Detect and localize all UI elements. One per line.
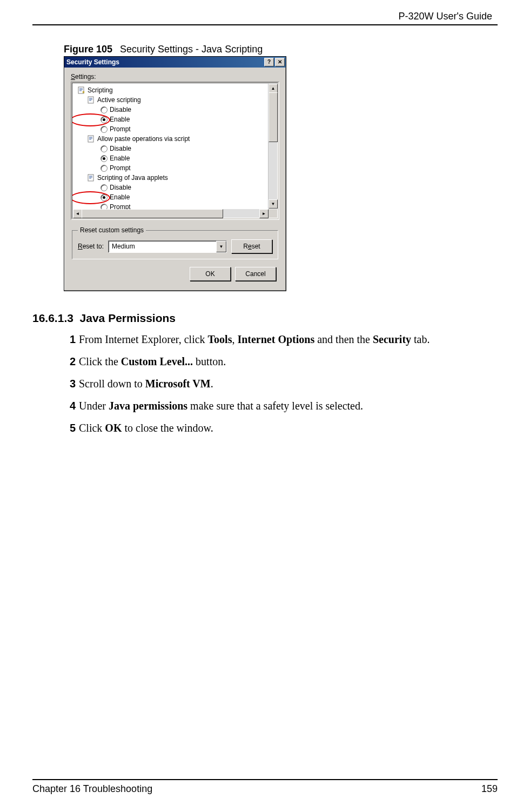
radio-option[interactable]: Enable <box>75 192 276 202</box>
radio-option[interactable]: Prompt <box>75 124 276 134</box>
tree-group-active-scripting: Active scripting <box>75 95 276 105</box>
figure-title: Security Settings - Java Scripting <box>120 44 263 55</box>
step-item: 1 From Internet Explorer, click Tools, I… <box>64 332 498 347</box>
section-heading: 16.6.1.3 Java Permissions <box>32 312 498 325</box>
tree-root-scripting: Scripting <box>75 85 276 95</box>
settings-label: Settings: <box>71 73 279 80</box>
svg-rect-1 <box>88 97 93 103</box>
script-icon <box>78 86 85 94</box>
reset-custom-settings-group: Reset custom settings Reset to: Medium ▼… <box>72 226 278 259</box>
steps-list: 1 From Internet Explorer, click Tools, I… <box>64 332 498 435</box>
radio-option[interactable]: Disable <box>75 144 276 153</box>
script-icon <box>88 96 95 104</box>
radio-icon <box>100 155 108 162</box>
radio-icon <box>100 116 108 123</box>
step-item: 2 Click the Custom Level... button. <box>64 354 498 369</box>
tree-group-allow-paste: Allow paste operations via script <box>75 134 276 144</box>
reset-to-value: Medium <box>109 241 216 252</box>
dialog-titlebar[interactable]: Security Settings ? ✕ <box>64 57 286 68</box>
scroll-left-icon[interactable]: ◄ <box>73 209 82 218</box>
step-item: 4 Under Java permissions make sure that … <box>64 399 498 413</box>
radio-option[interactable]: Disable <box>75 105 276 115</box>
figure-label: Figure 105 <box>64 44 112 55</box>
script-icon <box>88 174 95 182</box>
radio-option[interactable]: Enable <box>75 153 276 163</box>
svg-rect-3 <box>88 175 93 181</box>
radio-option[interactable]: Prompt <box>75 163 276 173</box>
ok-button[interactable]: OK <box>190 267 231 281</box>
tree-group-java-applets: Scripting of Java applets <box>75 173 276 183</box>
footer-chapter: Chapter 16 Troubleshooting <box>32 783 152 795</box>
footer-page-number: 159 <box>481 783 498 795</box>
radio-icon <box>100 126 108 133</box>
cancel-button[interactable]: Cancel <box>235 267 276 281</box>
script-icon <box>88 135 95 143</box>
vertical-scrollbar[interactable]: ▲ ▼ <box>268 84 277 209</box>
radio-icon <box>100 194 108 201</box>
radio-option[interactable]: Disable <box>75 183 276 192</box>
svg-rect-2 <box>88 136 93 142</box>
reset-to-label: Reset to: <box>78 243 104 250</box>
radio-icon <box>100 106 108 113</box>
reset-to-combo[interactable]: Medium ▼ <box>108 240 227 253</box>
scroll-down-icon[interactable]: ▼ <box>269 199 278 209</box>
figure-caption: Figure 105Security Settings - Java Scrip… <box>64 44 498 55</box>
step-item: 3 Scroll down to Microsoft VM. <box>64 377 498 391</box>
radio-icon <box>100 165 108 172</box>
header-guide-title: P-320W User's Guide <box>32 11 498 24</box>
scroll-right-icon[interactable]: ► <box>259 209 269 218</box>
scroll-thumb[interactable] <box>82 209 223 218</box>
scroll-thumb[interactable] <box>269 92 278 142</box>
radio-icon <box>100 184 108 191</box>
chevron-down-icon[interactable]: ▼ <box>216 241 226 252</box>
reset-legend: Reset custom settings <box>78 226 146 234</box>
close-button[interactable]: ✕ <box>275 58 285 66</box>
step-item: 5 Click OK to close the window. <box>64 421 498 435</box>
scroll-corner <box>269 209 277 218</box>
radio-option[interactable]: Enable <box>75 115 276 124</box>
help-button[interactable]: ? <box>264 58 274 66</box>
settings-tree[interactable]: Scripting Active scripting Disable Enabl… <box>72 83 278 219</box>
radio-icon <box>100 145 108 152</box>
scroll-up-icon[interactable]: ▲ <box>269 84 278 93</box>
horizontal-scrollbar[interactable]: ◄ ► <box>73 209 269 218</box>
reset-button[interactable]: Reset <box>231 239 272 253</box>
security-settings-dialog: Security Settings ? ✕ Settings: <box>64 56 286 291</box>
dialog-title: Security Settings <box>65 58 119 66</box>
